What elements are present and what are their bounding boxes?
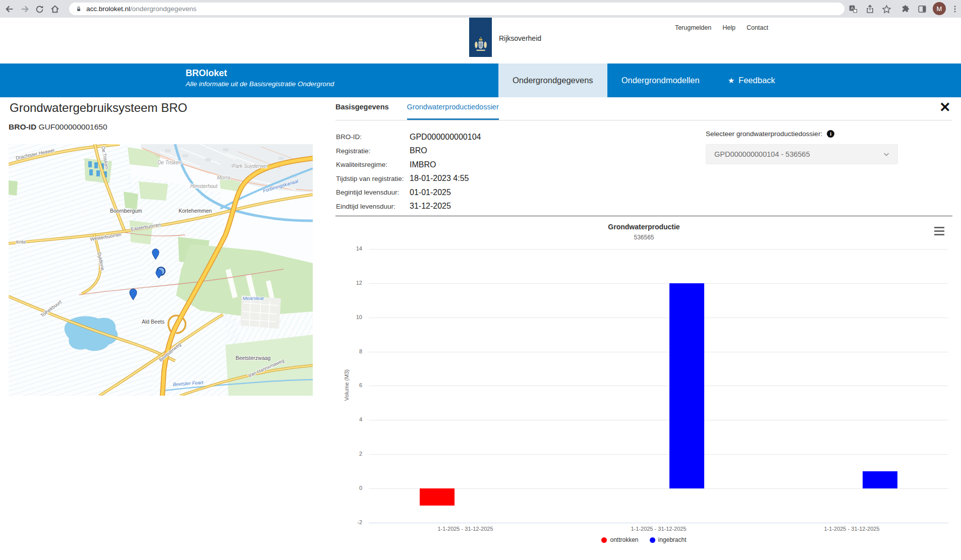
map-label: Himsterhout: [190, 183, 218, 189]
dossier-selector: Selecteer grondwaterproductiedossier: i …: [706, 130, 918, 164]
star-icon: ★: [728, 76, 734, 85]
brand[interactable]: BROloket Alle informatie uit de Basisreg…: [186, 68, 334, 88]
rijksoverheid-logo-icon: [469, 18, 492, 57]
nav-tab-ondergrondmodellen[interactable]: Ondergrondmodellen: [607, 64, 714, 97]
field-row: Tijdstip van registratie:18-01-2023 4:55: [336, 172, 481, 186]
y-tick-label: 4: [339, 416, 362, 422]
header-link-contact[interactable]: Contact: [747, 24, 768, 31]
field-row: Kwaliteitsregime:IMBRO: [336, 158, 481, 172]
main-nav: BROloket Alle informatie uit de Basisreg…: [0, 64, 961, 97]
gridline: [369, 352, 948, 352]
translate-icon[interactable]: A: [847, 4, 859, 15]
field-value: BRO: [410, 146, 427, 155]
share-icon[interactable]: [864, 4, 875, 15]
tab-basisgegevens[interactable]: Basisgegevens: [335, 103, 389, 120]
map[interactable]: Drachtster HeaweiDe TriskenDe TriskenPar…: [9, 144, 313, 396]
side-panel-icon[interactable]: [917, 4, 928, 15]
map-label: Ald Beets: [142, 319, 164, 325]
map-canvas[interactable]: Drachtster HeaweiDe TriskenDe TriskenPar…: [9, 144, 313, 396]
map-label: Boornbergum: [110, 208, 142, 214]
gridline: [369, 386, 948, 386]
reload-icon[interactable]: [34, 4, 45, 15]
field-value: 31-12-2025: [410, 202, 451, 211]
home-icon[interactable]: [49, 4, 61, 15]
y-tick-label: 2: [339, 451, 362, 457]
chart-menu-hamburger-icon[interactable]: [934, 227, 944, 235]
production-chart: Grondwaterproductie 536565 Volume (M3) 1…: [335, 222, 952, 557]
gridline: [369, 318, 948, 318]
field-row: Begintijd levensduur:01-01-2025: [336, 185, 481, 200]
map-label: Morra: [217, 175, 231, 180]
bookmark-star-icon[interactable]: [881, 4, 892, 15]
dossier-selector-label: Selecteer grondwaterproductiedossier:: [706, 130, 822, 138]
lock-icon: [75, 6, 82, 13]
legend-item-ingebracht[interactable]: ingebracht: [650, 536, 687, 543]
tab-grondwaterproductiedossier[interactable]: Grondwaterproductiedossier: [407, 103, 499, 120]
svg-text:A: A: [851, 6, 854, 11]
back-icon[interactable]: [4, 4, 15, 15]
y-tick-label: 0: [339, 485, 362, 491]
chart-title: Grondwaterproductie: [335, 223, 952, 231]
x-category-label: 1-1-2025 - 31-12-2025: [792, 526, 913, 532]
detail-fields: BRO-ID:GPD000000000104Registratie:BROKwa…: [336, 130, 481, 213]
y-tick-label: -2: [339, 519, 362, 525]
url-bar[interactable]: acc.broloket.nl/ondergrondgegevens: [69, 3, 844, 15]
nav-tab-feedback[interactable]: ★Feedback: [714, 64, 789, 97]
chevron-down-icon: [882, 150, 890, 158]
gridline: [369, 454, 948, 455]
bro-id-label: BRO-ID: [9, 122, 36, 131]
bro-id-value: GUF000000001650: [38, 122, 107, 131]
header-link-terugmelden[interactable]: Terugmelden: [675, 24, 711, 31]
menu-kebab-icon[interactable]: [949, 4, 960, 15]
map-label: Kortehemmen: [179, 208, 212, 214]
profile-avatar[interactable]: M: [933, 2, 946, 15]
nav-tab-label: Ondergrondgegevens: [513, 76, 593, 85]
gridline: [369, 523, 948, 523]
y-tick-label: 14: [339, 245, 362, 252]
field-label: Tijdstip van registratie:: [336, 175, 410, 182]
field-label: Begintijd levensduur:: [336, 189, 410, 196]
url-text: acc.broloket.nl/ondergrondgegevens: [86, 5, 196, 13]
page-title: Grondwatergebruiksysteem BRO: [10, 101, 187, 115]
map-label: Mearsleat: [243, 295, 264, 301]
map-label: Park Suyderwei: [232, 163, 268, 169]
gridline: [369, 488, 948, 489]
field-row: Registratie:BRO: [336, 144, 481, 158]
map-label: De Trisken: [157, 160, 182, 165]
brand-tagline: Alle informatie uit de Basisregistratie …: [186, 80, 334, 88]
x-category-label: 1-1-2025 - 31-12-2025: [598, 526, 719, 532]
chart-bar-ingebracht: [863, 471, 897, 488]
chart-legend: onttrokkeningebracht: [335, 536, 952, 543]
nav-tab-label: Ondergrondmodellen: [621, 76, 700, 85]
panel-tabs: BasisgegevensGrondwaterproductiedossier: [335, 103, 952, 120]
y-tick-label: 8: [339, 348, 362, 354]
section-divider: [335, 216, 952, 216]
y-tick-label: 6: [339, 382, 362, 388]
gridline: [369, 249, 948, 250]
legend-item-onttrokken[interactable]: onttrokken: [601, 536, 638, 543]
field-value: IMBRO: [410, 160, 436, 169]
close-icon[interactable]: ✕: [939, 101, 951, 114]
field-row: BRO-ID:GPD000000000104: [336, 130, 481, 144]
field-value: GPD000000000104: [410, 133, 481, 142]
dossier-select-value: GPD000000000104 - 536565: [714, 150, 810, 158]
info-icon[interactable]: i: [827, 130, 834, 138]
gov-header: Rijksoverheid TerugmeldenHelpContact: [0, 18, 961, 64]
gridline: [369, 420, 948, 420]
legend-label: ingebracht: [658, 536, 687, 543]
field-label: Registratie:: [336, 147, 410, 155]
chart-bar-ingebracht: [669, 283, 704, 488]
browser-chrome: acc.broloket.nl/ondergrondgegevens A M: [0, 0, 961, 18]
field-value: 18-01-2023 4:55: [410, 174, 469, 183]
legend-label: onttrokken: [610, 536, 638, 543]
logo-wordmark: Rijksoverheid: [499, 34, 541, 42]
nav-tab-label: Feedback: [739, 76, 775, 85]
header-link-help[interactable]: Help: [722, 24, 736, 31]
nav-tab-ondergrondgegevens[interactable]: Ondergrondgegevens: [498, 64, 607, 97]
dossier-select[interactable]: GPD000000000104 - 536565: [706, 144, 898, 164]
extensions-puzzle-icon[interactable]: [900, 4, 911, 15]
nav-tabs: OndergrondgegevensOndergrondmodellen★Fee…: [498, 64, 789, 97]
field-value: 01-01-2025: [410, 188, 451, 197]
forward-icon[interactable]: [19, 4, 30, 15]
chart-subtitle: 536565: [335, 234, 952, 241]
